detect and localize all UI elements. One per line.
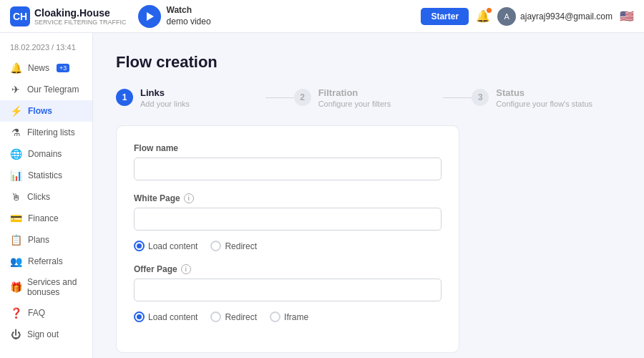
white-page-load-radio[interactable] — [134, 241, 145, 251]
header-middle: Watch demo video — [138, 5, 410, 28]
user-email: ajayraj9934@gmail.com — [520, 11, 613, 21]
header: CH Cloaking.House SERVICE FILTERING TRAF… — [0, 0, 644, 33]
white-page-info-icon[interactable]: i — [184, 193, 194, 203]
sidebar-label-filtering: Filtering lists — [27, 127, 75, 137]
finance-icon: 💳 — [10, 213, 22, 224]
starter-button[interactable]: Starter — [421, 8, 469, 25]
white-page-label: White Page i — [134, 193, 441, 203]
sidebar-item-signout[interactable]: ⏻ Sign out — [0, 324, 92, 345]
news-icon: 🔔 — [10, 62, 22, 74]
sidebar-item-telegram[interactable]: ✈ Our Telegram — [0, 79, 92, 100]
play-triangle — [147, 12, 154, 21]
plans-icon: 📋 — [10, 234, 22, 246]
faq-icon: ❓ — [10, 307, 22, 319]
sidebar-item-statistics[interactable]: 📊 Statistics — [0, 165, 92, 186]
step-3-sub: Configure your flow's status — [496, 100, 592, 108]
offer-page-info-icon[interactable]: i — [181, 264, 191, 274]
step-connector-2 — [443, 97, 472, 98]
step-1-num: 1 — [116, 89, 133, 106]
offer-page-redirect-radio[interactable] — [210, 311, 221, 322]
white-page-input[interactable] — [134, 208, 441, 231]
step-2-sub: Configure your filters — [318, 100, 391, 108]
avatar: A — [497, 7, 516, 26]
white-page-load-option[interactable]: Load content — [134, 241, 197, 251]
offer-page-redirect-option[interactable]: Redirect — [210, 311, 257, 322]
watch-label: Watch — [167, 5, 211, 16]
white-page-load-dot — [137, 243, 142, 248]
step-1: 1 Links Add your links — [116, 87, 265, 108]
white-page-radio-group: Load content Redirect — [134, 241, 441, 251]
offer-page-radio-group: Load content Redirect Iframe — [134, 311, 441, 322]
statistics-icon: 📊 — [10, 170, 22, 181]
logo-sub: SERVICE FILTERING TRAFFIC — [34, 19, 127, 26]
offer-page-iframe-radio[interactable] — [270, 311, 280, 322]
sidebar-item-faq[interactable]: ❓ FAQ — [0, 302, 92, 324]
clicks-icon: 🖱 — [10, 191, 21, 203]
watch-sub: demo video — [167, 16, 211, 26]
domains-icon: 🌐 — [10, 148, 22, 160]
sidebar: 18.02.2023 / 13:41 🔔 News +3 ✈ Our Teleg… — [0, 33, 93, 358]
offer-page-load-radio[interactable] — [134, 311, 145, 322]
sidebar-label-news: News — [28, 63, 49, 73]
sidebar-label-statistics: Statistics — [28, 170, 62, 180]
sidebar-label-services: Services and bonuses — [27, 277, 82, 297]
white-page-redirect-option[interactable]: Redirect — [210, 241, 257, 251]
logo: CH Cloaking.House SERVICE FILTERING TRAF… — [10, 6, 127, 26]
step-connector-1 — [265, 97, 294, 98]
sidebar-item-finance[interactable]: 💳 Finance — [0, 208, 92, 229]
services-icon: 🎁 — [10, 281, 21, 293]
sidebar-label-referrals: Referrals — [28, 256, 63, 266]
play-icon — [138, 5, 161, 28]
notification-icon[interactable]: 🔔 — [476, 9, 490, 23]
sidebar-item-services[interactable]: 🎁 Services and bonuses — [0, 272, 92, 302]
filtering-icon: ⚗ — [10, 127, 21, 138]
step-2-label: Filtration — [318, 87, 391, 98]
sidebar-date: 18.02.2023 / 13:41 — [0, 39, 92, 57]
sidebar-item-news[interactable]: 🔔 News +3 — [0, 57, 92, 79]
flow-name-label: Flow name — [134, 143, 441, 153]
sidebar-label-signout: Sign out — [27, 329, 59, 339]
offer-page-load-dot — [137, 314, 142, 319]
sidebar-item-filtering[interactable]: ⚗ Filtering lists — [0, 122, 92, 143]
white-page-redirect-label: Redirect — [225, 241, 257, 251]
white-page-redirect-radio[interactable] — [210, 241, 221, 251]
notification-dot — [487, 8, 492, 13]
steps: 1 Links Add your links 2 Filtration Conf… — [116, 87, 621, 108]
sidebar-label-telegram: Our Telegram — [27, 84, 79, 95]
sidebar-label-finance: Finance — [28, 213, 59, 223]
sidebar-item-domains[interactable]: 🌐 Domains — [0, 143, 92, 165]
sidebar-item-clicks[interactable]: 🖱 Clicks — [0, 186, 92, 208]
sidebar-label-faq: FAQ — [28, 308, 45, 318]
form-card: Flow name White Page i Load content — [116, 125, 459, 353]
offer-page-iframe-label: Iframe — [284, 312, 308, 322]
step-3-num: 3 — [472, 89, 489, 106]
step-1-label: Links — [140, 87, 190, 98]
step-3: 3 Status Configure your flow's status — [472, 87, 621, 108]
news-badge: +3 — [57, 64, 69, 72]
telegram-icon: ✈ — [10, 84, 21, 95]
flow-name-group: Flow name — [134, 143, 441, 180]
sidebar-label-flows: Flows — [28, 106, 52, 116]
sidebar-label-plans: Plans — [28, 235, 49, 245]
sidebar-item-plans[interactable]: 📋 Plans — [0, 229, 92, 251]
offer-page-input[interactable] — [134, 279, 441, 301]
offer-page-load-label: Load content — [148, 312, 197, 322]
watch-video-button[interactable]: Watch demo video — [138, 5, 211, 28]
offer-page-redirect-label: Redirect — [225, 312, 257, 322]
step-1-sub: Add your links — [140, 100, 190, 108]
user-menu[interactable]: A ajayraj9934@gmail.com — [497, 7, 613, 26]
white-page-load-label: Load content — [148, 241, 197, 251]
white-page-group: White Page i Load content Redirect — [134, 193, 441, 251]
logo-text: Cloaking.House — [34, 7, 110, 19]
main-layout: 18.02.2023 / 13:41 🔔 News +3 ✈ Our Teleg… — [0, 33, 644, 358]
offer-page-group: Offer Page i Load content Redirect — [134, 264, 441, 322]
flow-name-input[interactable] — [134, 158, 441, 180]
sidebar-item-referrals[interactable]: 👥 Referrals — [0, 251, 92, 272]
header-right: Starter 🔔 A ajayraj9934@gmail.com 🇺🇸 — [421, 7, 634, 26]
offer-page-load-option[interactable]: Load content — [134, 311, 197, 322]
page-title: Flow creation — [116, 53, 621, 72]
sidebar-label-domains: Domains — [28, 149, 62, 159]
offer-page-iframe-option[interactable]: Iframe — [270, 311, 308, 322]
sidebar-item-flows[interactable]: ⚡ Flows — [0, 100, 92, 122]
language-flag[interactable]: 🇺🇸 — [620, 9, 634, 23]
